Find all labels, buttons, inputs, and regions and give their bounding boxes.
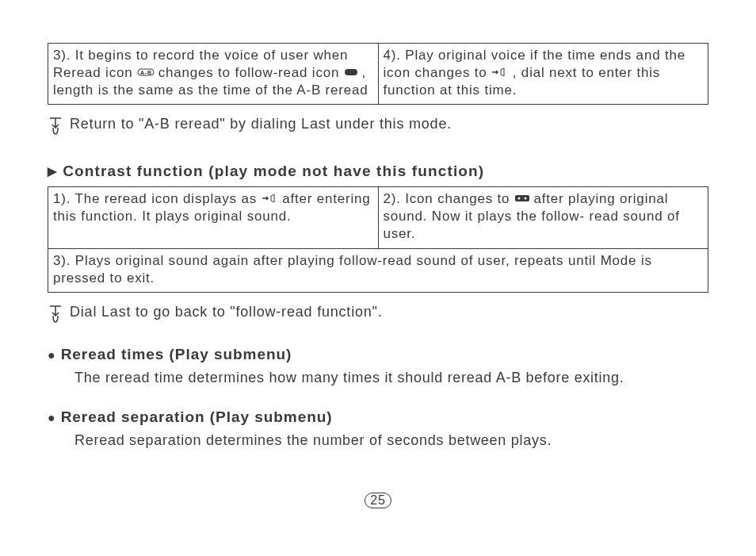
- cell-text: The reread icon displays as: [74, 191, 257, 206]
- tip-dial-last: Dial Last to go back to "follow-read fun…: [48, 304, 708, 324]
- cassette-icon: [514, 193, 534, 205]
- cell-text: Icon changes to: [405, 191, 510, 206]
- svg-text:A-B: A-B: [140, 70, 152, 75]
- cell-text: Plays original sound again after playing…: [53, 253, 652, 286]
- tip-return: Return to "A-B reread" by dialing Last u…: [48, 116, 708, 136]
- svg-point-6: [524, 197, 526, 200]
- sub-title: Reread times (Play submenu): [61, 346, 292, 363]
- cell-3: 3). It begins to record the voice of use…: [48, 44, 379, 105]
- contrast-heading: ▶ Contrast function (play mode not have …: [48, 163, 708, 180]
- cell-text: changes to follow-read icon: [158, 65, 340, 80]
- cell-2: 2). Icon changes to after playing origin…: [378, 187, 708, 248]
- cell-1: 1). The reread icon displays as after en…: [48, 187, 379, 248]
- finger-down-icon: [48, 117, 63, 136]
- reread-separation-body: Reread separation determines the number …: [74, 432, 708, 449]
- svg-rect-2: [345, 69, 357, 75]
- reread-times-heading: ● Reread times (Play submenu): [48, 346, 708, 365]
- sub-title: Reread separation (Play submenu): [61, 408, 333, 426]
- finger-down-icon: [48, 305, 63, 324]
- bullet-icon: ●: [48, 346, 56, 365]
- tip-text: Dial Last to go back to "follow-read fun…: [70, 304, 383, 320]
- triangle-right-icon: ▶: [48, 164, 58, 178]
- heading-text: Contrast function (play mode not have th…: [63, 163, 484, 180]
- follow-read-icon: [344, 67, 362, 79]
- cell-4: 4). Play original voice if the time ends…: [378, 44, 708, 105]
- cell-num: 3).: [53, 253, 71, 268]
- reread-ab-icon: A-B: [137, 67, 158, 79]
- play-arrow-speaker-icon: [491, 67, 513, 79]
- play-arrow-speaker-icon: [262, 193, 283, 205]
- page-number-value: 25: [365, 493, 391, 508]
- svg-rect-4: [515, 195, 529, 201]
- page-number: 25: [0, 493, 756, 508]
- reread-times-body: The reread time determines how many time…: [74, 370, 708, 386]
- tip-text: Return to "A-B reread" by dialing Last u…: [70, 116, 452, 132]
- reread-separation-heading: ● Reread separation (Play submenu): [48, 408, 708, 428]
- bullet-icon: ●: [48, 408, 56, 428]
- cell-num: 2).: [384, 191, 401, 206]
- cell-num: 1).: [53, 191, 71, 206]
- contrast-table: 1). The reread icon displays as after en…: [48, 186, 708, 292]
- follow-read-table: 3). It begins to record the voice of use…: [48, 43, 708, 105]
- manual-page: 3). It begins to record the voice of use…: [0, 0, 756, 556]
- cell-num: 3).: [53, 48, 71, 63]
- cell-3: 3). Plays original sound again after pla…: [48, 248, 708, 292]
- svg-point-5: [517, 197, 520, 200]
- cell-num: 4).: [384, 48, 401, 63]
